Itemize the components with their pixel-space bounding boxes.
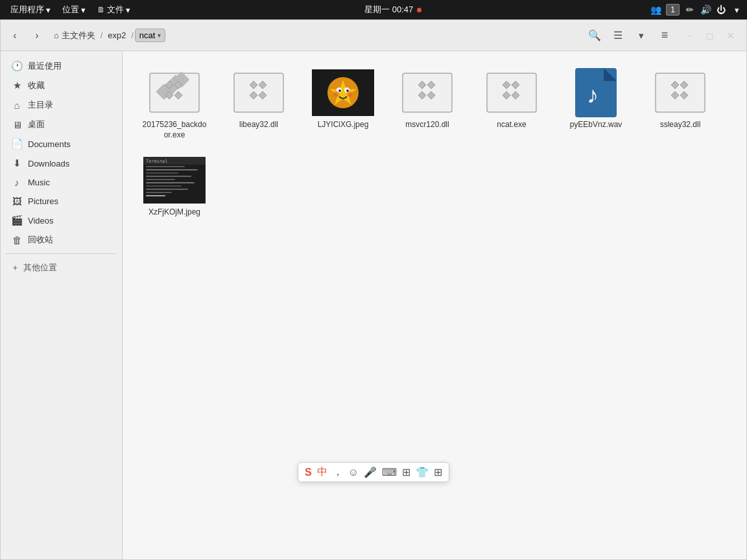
ime-emoji[interactable]: ☺ (348, 467, 359, 478)
ime-chinese-toggle[interactable]: 中 (317, 465, 327, 479)
msvcr-dll-icon (401, 72, 453, 113)
svg-rect-46 (146, 172, 178, 174)
breadcrumb-ncat-label: ncat (139, 30, 156, 40)
view-button[interactable]: ☰ (608, 27, 628, 45)
sidebar-item-trash[interactable]: 🗑 回收站 (1, 230, 122, 250)
file-item-libeay[interactable]: libeay32.dll (220, 64, 298, 145)
sidebar-other-places[interactable]: ＋ 其他位置 (1, 258, 122, 277)
sidebar-item-documents[interactable]: 📄 Documents (1, 134, 122, 154)
home-sidebar-icon: ⌂ (11, 100, 23, 111)
forward-button[interactable]: › (28, 27, 46, 45)
sidebar-label-music: Music (28, 178, 50, 187)
file-item-ncat[interactable]: ncat.exe (473, 64, 551, 145)
file-icon-xzfjkojm: Terminal (143, 157, 206, 204)
libeay-dll-icon (233, 72, 285, 113)
file-name-pyeebvnz: pyEEbVnz.wav (570, 120, 622, 130)
svg-rect-47 (146, 176, 191, 177)
places-arrow: ▾ (81, 5, 86, 15)
sidebar-divider (6, 253, 117, 254)
sidebar-label-documents: Documents (28, 139, 71, 149)
recording-dot (417, 8, 421, 12)
menu-places[interactable]: 位置 ▾ (57, 2, 91, 18)
xzfjkojm-jpeg-thumbnail: Terminal (143, 157, 206, 204)
documents-icon: 📄 (11, 138, 23, 150)
file-item-backdoor[interactable]: 20175236_backdoor.exe (136, 64, 213, 145)
menu-apps[interactable]: 应用程序 ▾ (5, 2, 56, 18)
file-item-ljyicixg[interactable]: LJYICiXG.jpeg (304, 64, 382, 145)
apps-arrow: ▾ (46, 5, 51, 15)
search-button[interactable]: 🔍 (584, 27, 605, 45)
ime-punctuation[interactable]: ， (333, 465, 343, 479)
svg-rect-52 (146, 192, 172, 193)
sidebar-label-videos: Videos (28, 216, 54, 226)
svg-text:♪: ♪ (587, 82, 599, 108)
fm-main: 🕐 最近使用 ★ 收藏 ⌂ 主目录 🖥 桌面 📄 Documents ⬇ Do (1, 51, 746, 559)
ime-keyboard[interactable]: ⌨ (382, 466, 397, 478)
svg-rect-48 (146, 179, 175, 180)
breadcrumb-home[interactable]: ⌂ 主文件夹 (50, 28, 99, 43)
menu-button[interactable]: ≡ (654, 27, 675, 45)
ncat-exe-icon (486, 72, 538, 113)
menu-file[interactable]: 🗎 文件 ▾ (92, 2, 136, 18)
window-controls: − ◻ ✕ (679, 26, 741, 45)
home-icon: ⌂ (54, 30, 59, 40)
volume-icon[interactable]: 🔊 (700, 5, 711, 15)
file-area: 20175236_backdoor.exe (123, 51, 746, 559)
back-button[interactable]: ‹ (6, 27, 24, 45)
sidebar-label-downloads: Downloads (28, 159, 69, 169)
file-item-xzfjkojm[interactable]: Terminal (136, 152, 213, 223)
pen-icon[interactable]: ✏ (685, 5, 695, 15)
topbar-clock-area: 星期一 00:47 (364, 4, 421, 16)
sidebar-item-videos[interactable]: 🎬 Videos (1, 211, 122, 230)
maximize-button[interactable]: ◻ (700, 26, 720, 45)
sidebar-item-recent[interactable]: 🕐 最近使用 (1, 56, 122, 76)
file-name-msvcr: msvcr120.dll (405, 120, 449, 130)
svg-rect-36 (656, 73, 705, 112)
file-grid: 20175236_backdoor.exe (136, 64, 733, 223)
ime-microphone[interactable]: 🎤 (364, 466, 377, 478)
view-toggle-button[interactable]: ▾ (631, 27, 652, 45)
power-icon[interactable]: ⏻ (716, 5, 726, 15)
sidebar-label-home: 主目录 (28, 99, 53, 111)
file-item-msvcr[interactable]: msvcr120.dll (388, 64, 466, 145)
breadcrumb-ncat[interactable]: ncat ▾ (135, 29, 166, 42)
svg-point-19 (338, 89, 341, 92)
svg-rect-28 (487, 73, 536, 112)
toolbar-right-buttons: 🔍 ☰ ▾ ≡ (584, 27, 675, 45)
sidebar-item-downloads[interactable]: ⬇ Downloads (1, 154, 122, 173)
ime-logo: S (305, 467, 312, 478)
sidebar-item-desktop[interactable]: 🖥 桌面 (1, 115, 122, 134)
minimize-button[interactable]: − (679, 26, 700, 45)
file-name-ssleay: ssleay32.dll (660, 120, 701, 130)
file-icon-ljyicixg (312, 69, 374, 116)
people-icon[interactable]: 👥 (650, 5, 661, 15)
sidebar: 🕐 最近使用 ★ 收藏 ⌂ 主目录 🖥 桌面 📄 Documents ⬇ Do (1, 51, 123, 559)
file-item-ssleay[interactable]: ssleay32.dll (641, 64, 719, 145)
svg-rect-23 (403, 73, 452, 112)
file-item-pyeebvnz[interactable]: ♪ pyEEbVnz.wav (557, 64, 635, 145)
close-button[interactable]: ✕ (720, 26, 741, 45)
system-arrow[interactable]: ▾ (731, 5, 742, 15)
breadcrumb-sep-1: / (101, 31, 102, 40)
sidebar-item-home[interactable]: ⌂ 主目录 (1, 95, 122, 115)
workspace-badge[interactable]: 1 (666, 4, 680, 16)
pictures-icon: 🖼 (11, 196, 23, 207)
file-arrow: ▾ (126, 5, 130, 15)
ime-skin[interactable]: 👕 (416, 466, 429, 478)
sidebar-item-favorites[interactable]: ★ 收藏 (1, 76, 122, 95)
breadcrumb-exp2[interactable]: exp2 (104, 29, 130, 42)
sidebar-item-pictures[interactable]: 🖼 Pictures (1, 192, 122, 211)
ime-layout[interactable]: ⊞ (402, 466, 410, 478)
trash-icon: 🗑 (11, 235, 23, 246)
star-icon: ★ (11, 80, 23, 91)
file-icon-ssleay (649, 69, 711, 116)
topbar-left: 应用程序 ▾ 位置 ▾ 🗎 文件 ▾ (5, 2, 136, 18)
sidebar-item-music[interactable]: ♪ Music (1, 173, 122, 192)
svg-text:Terminal: Terminal (146, 159, 168, 164)
sidebar-label-other: 其他位置 (23, 262, 57, 274)
ime-apps[interactable]: ⊞ (434, 466, 442, 478)
sidebar-label-favorites: 收藏 (28, 80, 45, 91)
music-icon: ♪ (11, 177, 23, 188)
breadcrumb-chevron: ▾ (158, 32, 161, 39)
svg-point-22 (347, 91, 352, 97)
